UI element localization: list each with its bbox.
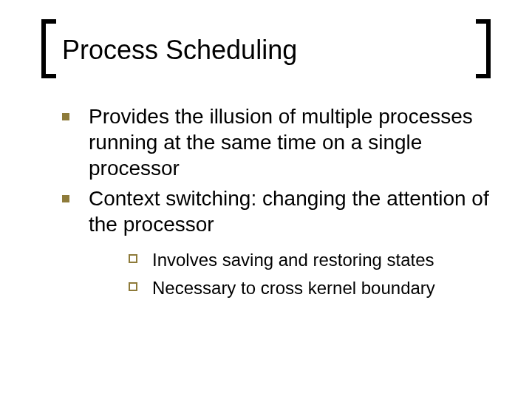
list-item: Context switching: changing the attentio…	[52, 185, 495, 300]
bracket-right-icon	[476, 19, 491, 78]
bullet-list-level1: Provides the illusion of multiple proces…	[52, 103, 495, 300]
title-container: Process Scheduling	[44, 31, 488, 83]
list-item: Provides the illusion of multiple proces…	[52, 103, 495, 181]
bracket-left-icon	[41, 19, 56, 78]
slide: Process Scheduling Provides the illusion…	[0, 0, 532, 399]
bullet-text: Involves saving and restoring states	[152, 250, 434, 270]
slide-title: Process Scheduling	[62, 35, 297, 65]
bullet-text: Context switching: changing the attentio…	[89, 187, 489, 236]
bullet-text: Provides the illusion of multiple proces…	[89, 105, 473, 180]
list-item: Involves saving and restoring states	[123, 248, 495, 273]
bullet-list-level2: Involves saving and restoring states Nec…	[89, 248, 495, 300]
list-item: Necessary to cross kernel boundary	[123, 276, 495, 301]
slide-body: Provides the illusion of multiple proces…	[52, 103, 495, 304]
bullet-text: Necessary to cross kernel boundary	[152, 278, 435, 298]
